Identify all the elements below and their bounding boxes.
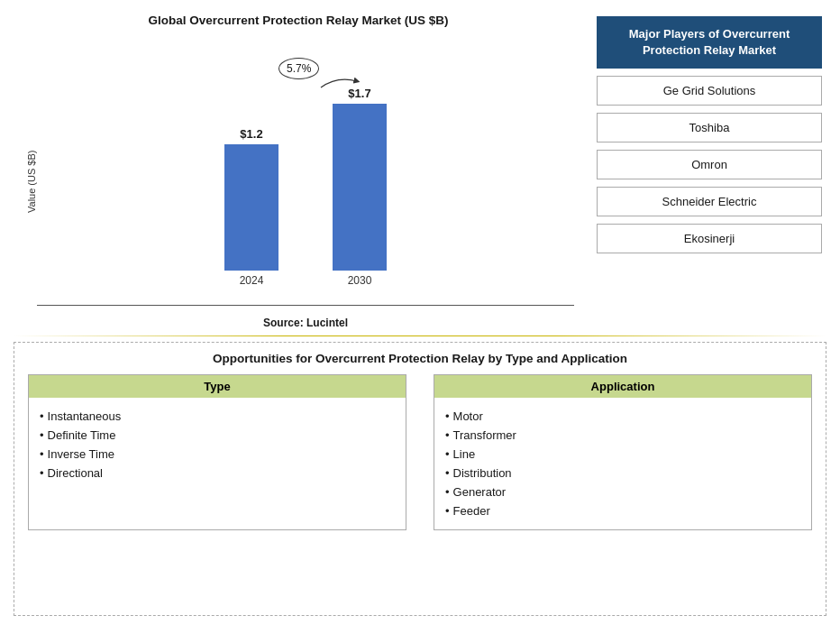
bullet-icon: • <box>40 428 44 442</box>
chart-area: Global Overcurrent Protection Relay Mark… <box>14 9 583 334</box>
app-item-2: •Line <box>445 445 800 464</box>
bullet-icon: • <box>445 504 450 518</box>
type-item-0: •Instantaneous <box>40 407 395 426</box>
bullet-icon: • <box>40 409 44 423</box>
bullet-icon: • <box>445 428 450 442</box>
app-item-0: •Motor <box>445 407 800 426</box>
application-column: Application •Motor •Transformer •Line •D… <box>434 374 812 530</box>
bar-2024 <box>224 144 278 271</box>
bar-label-2030: 2030 <box>348 274 372 287</box>
arrow-icon <box>319 74 360 92</box>
bullet-icon: • <box>40 447 44 461</box>
application-header: Application <box>434 375 811 398</box>
chart-title: Global Overcurrent Protection Relay Mark… <box>148 14 448 27</box>
app-item-4: •Generator <box>445 483 800 501</box>
type-header: Type <box>29 375 406 398</box>
type-item-2: •Inverse Time <box>40 445 395 464</box>
type-column: Type •Instantaneous •Definite Time •Inve… <box>28 374 406 530</box>
y-axis-label: Value (US $B) <box>23 34 37 329</box>
chart-inner: Value (US $B) 5.7% <box>23 34 574 329</box>
bottom-columns: Type •Instantaneous •Definite Time •Inve… <box>28 374 812 530</box>
player-item-3: Schneider Electric <box>597 187 822 216</box>
bullet-icon: • <box>445 409 450 423</box>
player-item-0: Ge Grid Solutions <box>597 76 822 106</box>
bar-group-2030: $1.7 2030 <box>333 87 387 287</box>
player-item-1: Toshiba <box>597 113 822 142</box>
right-panel-title: Major Players of Overcurrent Protection … <box>597 16 822 69</box>
cagr-label: 5.7% <box>278 58 319 79</box>
right-panel: Major Players of Overcurrent Protection … <box>592 9 826 334</box>
bar-2030 <box>333 104 387 271</box>
type-item-1: •Definite Time <box>40 426 395 445</box>
main-container: Global Overcurrent Protection Relay Mark… <box>0 0 840 625</box>
type-item-3: •Directional <box>40 464 395 483</box>
app-item-1: •Transformer <box>445 426 800 445</box>
player-item-4: Ekosinerji <box>597 224 822 253</box>
bar-group-2024: $1.2 2024 <box>224 127 278 287</box>
player-item-2: Omron <box>597 150 822 179</box>
bar-label-2024: 2024 <box>240 274 264 287</box>
bullet-icon: • <box>40 466 44 480</box>
cagr-annotation: 5.7% <box>278 61 319 75</box>
divider <box>14 335 826 336</box>
bars-container: 5.7% <box>37 34 574 306</box>
bullet-icon: • <box>445 447 450 461</box>
top-section: Global Overcurrent Protection Relay Mark… <box>14 9 826 334</box>
app-item-5: •Feeder <box>445 501 800 520</box>
chart-plot: 5.7% <box>37 34 574 329</box>
bullet-icon: • <box>445 466 450 480</box>
bottom-title: Opportunities for Overcurrent Protection… <box>28 352 812 365</box>
app-item-3: •Distribution <box>445 464 800 483</box>
source-label: Source: Lucintel <box>37 317 574 329</box>
bar-value-2024: $1.2 <box>240 127 262 141</box>
bottom-section: Opportunities for Overcurrent Protection… <box>14 342 826 616</box>
bullet-icon: • <box>445 485 450 499</box>
